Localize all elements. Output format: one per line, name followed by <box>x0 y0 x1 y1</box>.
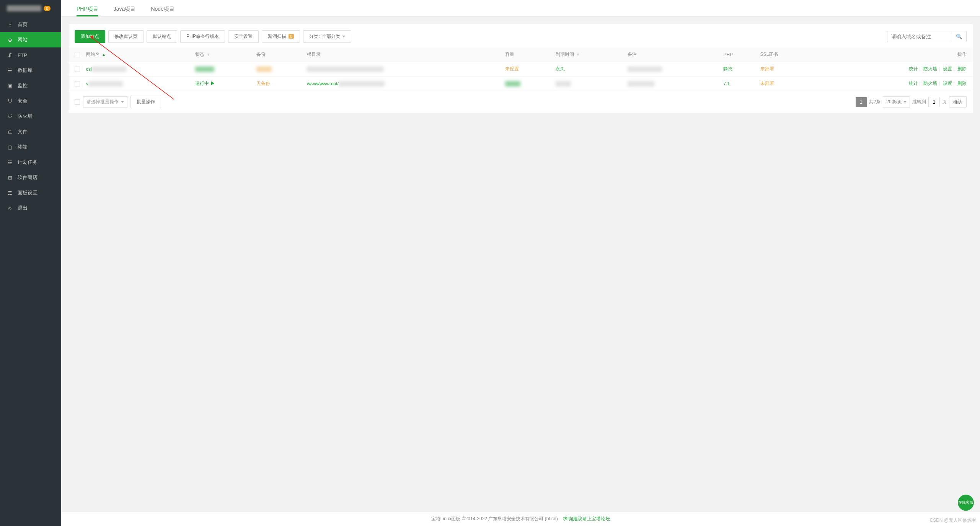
sidebar-item-terminal[interactable]: ▢ 终端 <box>0 139 61 155</box>
capacity-value: 未配置 <box>505 66 519 72</box>
bottom-bar: 宝塔Linux面板 ©2014-2022 广东堡塔安全技术有限公司 (bt.cn… <box>61 511 980 526</box>
sidebar-item-security[interactable]: ⛉ 安全 <box>0 93 61 109</box>
help-forum-link[interactable]: 求助|建议请上宝塔论坛 <box>563 516 610 521</box>
table-header-row: 网站名 ▲ 状态 ▼ 备份 根目录 容量 到期时间 ▼ 备注 PHP SSL证书… <box>68 47 973 62</box>
sidebar-item-cron[interactable]: ☲ 计划任务 <box>0 155 61 170</box>
site-panel: 添加站点 修改默认页 默认站点 PHP命令行版本 安全设置 漏洞扫描 0 分类:… <box>68 24 973 113</box>
jump-confirm-button[interactable]: 确认 <box>949 96 967 107</box>
online-help-button[interactable]: 在线客服 <box>958 495 974 511</box>
row-checkbox[interactable] <box>75 81 80 86</box>
globe-icon: ⊕ <box>7 37 13 43</box>
pagination: 1 共2条 20条/页 跳转到 页 确认 <box>856 96 967 107</box>
sidebar: 0 ⌂ 首页 ⊕ 网站 ⇵ FTP ☰ 数据库 ▣ 监控 ⛉ 安全 🛡 防火墙 … <box>0 0 61 526</box>
ssl-value[interactable]: 未部署 <box>760 66 774 72</box>
row-checkbox[interactable] <box>75 67 80 72</box>
sidebar-item-settings[interactable]: ☴ 面板设置 <box>0 185 61 200</box>
batch-select[interactable]: 请选择批量操作 <box>83 96 127 107</box>
chevron-down-icon <box>903 101 907 103</box>
tab-java-project[interactable]: Java项目 <box>106 6 143 16</box>
category-select[interactable]: 分类: 全部分类 <box>303 30 351 43</box>
search-button[interactable]: 🔍 <box>952 31 967 42</box>
search-input[interactable] <box>887 31 952 42</box>
ssl-value[interactable]: 未部署 <box>760 81 774 86</box>
php-value[interactable]: 静态 <box>723 66 732 72</box>
ftp-icon: ⇵ <box>7 52 13 58</box>
capacity-blurred: xxx <box>505 81 520 86</box>
col-site[interactable]: 网站名 ▲ <box>83 47 192 62</box>
stats-link[interactable]: 统计 <box>909 81 918 86</box>
sidebar-item-database[interactable]: ☰ 数据库 <box>0 63 61 78</box>
expire-value[interactable]: 永久 <box>556 66 565 72</box>
monitor-icon: ▣ <box>7 83 13 89</box>
batch-checkbox[interactable] <box>75 99 80 105</box>
delete-link[interactable]: 删除 <box>957 81 967 86</box>
col-php: PHP <box>720 47 757 62</box>
sidebar-item-label: 计划任务 <box>18 159 38 166</box>
sidebar-item-website[interactable]: ⊕ 网站 <box>0 32 61 47</box>
page-suffix: 页 <box>942 99 947 105</box>
sidebar-item-label: FTP <box>18 52 27 58</box>
vuln-scan-button[interactable]: 漏洞扫描 0 <box>262 30 300 43</box>
row-actions: 统计| 防火墙| 设置| 删除 <box>814 62 973 77</box>
sidebar-item-label: 面板设置 <box>18 189 38 196</box>
sidebar-item-ftp[interactable]: ⇵ FTP <box>0 47 61 63</box>
sidebar-item-home[interactable]: ⌂ 首页 <box>0 17 61 32</box>
sidebar-item-files[interactable]: 🗀 文件 <box>0 124 61 139</box>
search-icon: 🔍 <box>956 34 962 39</box>
sidebar-item-monitor[interactable]: ▣ 监控 <box>0 78 61 93</box>
root-path[interactable]: /www/wwwroot/xxxxxxxxxxxx <box>307 81 385 86</box>
sort-up-icon: ▲ <box>102 52 106 57</box>
exit-icon: ⎋ <box>7 205 13 211</box>
settings-link[interactable]: 设置 <box>943 81 952 86</box>
edit-default-button[interactable]: 修改默认页 <box>108 30 143 43</box>
row-actions: 统计| 防火墙| 设置| 删除 <box>814 77 973 91</box>
sidebar-item-label: 终端 <box>18 143 28 150</box>
home-icon: ⌂ <box>7 21 13 28</box>
remark-blurred: xxxxxxx <box>628 81 654 86</box>
tab-php-project[interactable]: PHP项目 <box>69 6 106 16</box>
sidebar-item-label: 安全 <box>18 98 28 104</box>
delete-link[interactable]: 删除 <box>957 66 967 72</box>
add-site-button[interactable]: 添加站点 <box>75 30 105 43</box>
per-page-select[interactable]: 20条/页 <box>883 96 910 107</box>
sidebar-logo: 0 <box>0 0 61 17</box>
cron-icon: ☲ <box>7 159 13 165</box>
main: PHP项目 Java项目 Node项目 添加站点 修改默认页 默认站点 PHP命… <box>61 0 980 526</box>
tab-node-project[interactable]: Node项目 <box>143 6 182 16</box>
col-root: 根目录 <box>304 47 502 62</box>
stats-link[interactable]: 统计 <box>909 66 918 72</box>
sidebar-item-label: 数据库 <box>18 67 33 74</box>
sort-down-icon: ▼ <box>576 52 580 57</box>
batch-action-button[interactable]: 批量操作 <box>130 96 161 108</box>
site-name-link[interactable]: vxxxxxxxxxx <box>86 81 123 86</box>
site-name-link[interactable]: cslxxxxxxxxxx <box>86 67 126 72</box>
jump-page-input[interactable] <box>928 97 940 107</box>
select-all-checkbox[interactable] <box>75 52 80 57</box>
watermark: CSDN @无人区修炼者 <box>929 517 976 524</box>
php-cli-button[interactable]: PHP命令行版本 <box>180 30 225 43</box>
sidebar-item-label: 防火墙 <box>18 113 33 120</box>
firewall-link[interactable]: 防火墙 <box>923 81 937 86</box>
sidebar-item-label: 监控 <box>18 82 28 89</box>
settings-link[interactable]: 设置 <box>943 66 952 72</box>
col-status[interactable]: 状态 ▼ <box>192 47 253 62</box>
sidebar-item-store[interactable]: ⊞ 软件商店 <box>0 170 61 185</box>
firewall-link[interactable]: 防火墙 <box>923 66 937 72</box>
vuln-count-badge: 0 <box>289 34 294 39</box>
safe-settings-button[interactable]: 安全设置 <box>228 30 259 43</box>
col-backup: 备份 <box>253 47 304 62</box>
sidebar-item-firewall[interactable]: 🛡 防火墙 <box>0 109 61 124</box>
sidebar-item-exit[interactable]: ⎋ 退出 <box>0 200 61 216</box>
logo-text-blurred <box>7 5 41 11</box>
sort-down-icon: ▼ <box>207 52 210 57</box>
col-expire[interactable]: 到期时间 ▼ <box>553 47 624 62</box>
php-value[interactable]: 7.1 <box>723 81 730 86</box>
default-site-button[interactable]: 默认站点 <box>147 30 177 43</box>
folder-icon: 🗀 <box>7 129 13 135</box>
col-capacity: 容量 <box>502 47 553 62</box>
toolbar: 添加站点 修改默认页 默认站点 PHP命令行版本 安全设置 漏洞扫描 0 分类:… <box>68 24 973 43</box>
page-1[interactable]: 1 <box>856 97 867 107</box>
backup-blurred: xxx <box>256 67 272 72</box>
backup-value[interactable]: 无备份 <box>256 81 270 86</box>
status-value[interactable]: 运行中 ▶ <box>195 81 215 86</box>
